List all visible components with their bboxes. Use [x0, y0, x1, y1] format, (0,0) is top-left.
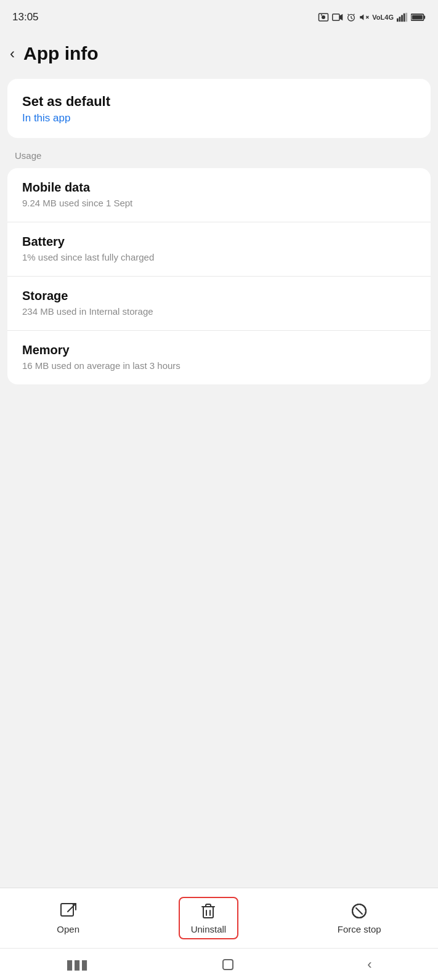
svg-rect-13 — [405, 13, 407, 22]
video-icon — [332, 12, 343, 23]
open-icon — [59, 902, 78, 920]
storage-title: Storage — [22, 289, 416, 303]
bottom-action-bar: Open Uninstall Force stop — [0, 888, 438, 948]
svg-rect-17 — [61, 904, 73, 916]
set-as-default-title: Set as default — [22, 94, 416, 110]
battery-desc: 1% used since last fully charged — [22, 251, 416, 264]
set-as-default-card[interactable]: Set as default In this app — [7, 79, 431, 138]
svg-rect-15 — [424, 15, 426, 18]
storage-desc: 234 MB used in Internal storage — [22, 305, 416, 318]
in-this-app-label: In this app — [22, 112, 416, 124]
page-title: App info — [23, 43, 99, 64]
svg-rect-3 — [333, 14, 339, 21]
svg-point-1 — [322, 15, 325, 19]
status-icons: VoL4G — [318, 12, 426, 23]
svg-rect-19 — [203, 907, 213, 918]
uninstall-button[interactable]: Uninstall — [179, 897, 239, 939]
svg-line-18 — [68, 904, 76, 912]
open-label: Open — [57, 924, 79, 934]
usage-section-label: Usage — [0, 143, 438, 163]
force-stop-label: Force stop — [338, 924, 381, 934]
open-button[interactable]: Open — [42, 898, 94, 938]
battery-title: Battery — [22, 235, 416, 249]
svg-marker-4 — [339, 14, 343, 21]
memory-desc: 16 MB used on average in last 3 hours — [22, 359, 416, 372]
force-stop-button[interactable]: Force stop — [323, 898, 396, 938]
battery-item[interactable]: Battery 1% used since last fully charged — [7, 222, 431, 277]
svg-line-23 — [356, 908, 362, 914]
back-button[interactable]: ‹ — [10, 46, 15, 61]
uninstall-icon — [199, 902, 217, 920]
svg-marker-6 — [360, 14, 364, 20]
svg-rect-9 — [397, 18, 399, 22]
mobile-data-desc: 9.24 MB used since 1 Sept — [22, 196, 416, 209]
status-time: 13:05 — [12, 11, 39, 23]
force-stop-icon — [350, 902, 368, 920]
page-header: ‹ App info — [0, 32, 438, 74]
svg-rect-11 — [401, 15, 403, 22]
system-nav-bar: ▮▮▮ ‹ — [0, 948, 438, 980]
status-bar: 13:05 VoL4G — [0, 0, 438, 32]
svg-rect-10 — [399, 17, 401, 22]
recents-nav-icon[interactable]: ▮▮▮ — [66, 957, 88, 973]
storage-item[interactable]: Storage 234 MB used in Internal storage — [7, 277, 431, 331]
mobile-data-title: Mobile data — [22, 180, 416, 195]
svg-point-2 — [321, 14, 322, 15]
uninstall-label: Uninstall — [191, 924, 227, 934]
memory-item[interactable]: Memory 16 MB used on average in last 3 h… — [7, 331, 431, 384]
mute-icon — [359, 12, 369, 22]
signal-icon — [397, 12, 408, 22]
photo-icon — [318, 12, 329, 23]
volte-label: VoL4G — [372, 14, 394, 21]
svg-rect-25 — [223, 960, 233, 970]
svg-rect-12 — [404, 14, 405, 22]
svg-rect-16 — [412, 15, 423, 20]
home-nav-icon[interactable] — [221, 957, 235, 972]
memory-title: Memory — [22, 343, 416, 357]
mobile-data-item[interactable]: Mobile data 9.24 MB used since 1 Sept — [7, 168, 431, 222]
alarm-icon — [346, 12, 356, 22]
back-nav-icon[interactable]: ‹ — [367, 957, 371, 973]
battery-icon — [411, 13, 426, 22]
usage-card: Mobile data 9.24 MB used since 1 Sept Ba… — [7, 168, 431, 384]
